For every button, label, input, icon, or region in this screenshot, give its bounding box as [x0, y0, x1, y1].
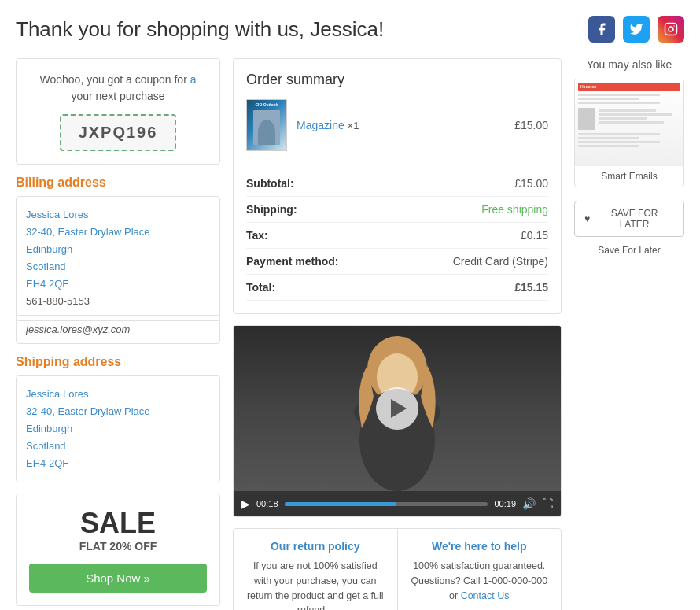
fullscreen-icon[interactable]: ⛶	[542, 497, 553, 510]
progress-fill	[285, 502, 396, 506]
order-summary-box: Order summary CIO Outlook	[233, 58, 562, 314]
svg-point-2	[673, 25, 675, 27]
contact-us-link[interactable]: Contact Us	[461, 590, 510, 601]
coupon-code: JXPQ196	[60, 114, 177, 151]
return-policy-col: Our return policy If you are not 100% sa…	[234, 529, 398, 610]
help-col: We're here to help 100% satisfaction gua…	[398, 529, 562, 610]
sale-title: SALE	[29, 507, 207, 540]
billing-name: Jessica Lores	[26, 206, 210, 224]
social-icons	[588, 16, 684, 43]
facebook-icon[interactable]	[588, 16, 615, 43]
progress-bar[interactable]	[285, 502, 488, 506]
shipping-postcode: EH4 2QF	[26, 455, 210, 472]
save-later-label: Save For Later	[574, 245, 684, 256]
shipping-section: Shipping address Jessica Lores 32-40, Ea…	[16, 355, 220, 482]
help-text: 100% satisfaction guaranteed. Questions?…	[411, 559, 549, 603]
summary-row-tax: Tax: £0.15	[246, 223, 548, 249]
order-summary-title: Order summary	[246, 72, 548, 88]
product-thumbnail: Houston	[574, 79, 684, 187]
page-title: Thank you for shopping with us, Jessica!	[16, 17, 384, 42]
play-pause-button[interactable]: ▶	[241, 497, 250, 510]
volume-icon[interactable]: 🔊	[522, 497, 536, 510]
item-name: Magazine	[297, 119, 344, 131]
coupon-link[interactable]: a	[190, 73, 197, 86]
svg-point-1	[669, 27, 673, 31]
coupon-box: Woohoo, you got a coupon for a your next…	[16, 58, 220, 165]
billing-title: Billing address	[16, 176, 220, 190]
shipping-address1: 32-40, Easter Drylaw Place	[26, 403, 210, 420]
play-icon	[391, 399, 407, 418]
summary-row-subtotal: Subtotal: £15.00	[246, 171, 548, 197]
help-title: We're here to help	[411, 540, 549, 553]
center-panel: Order summary CIO Outlook	[233, 58, 562, 610]
sale-subtitle: FLAT 20% OFF	[29, 540, 207, 553]
item-price: £15.00	[514, 119, 548, 131]
summary-row-payment: Payment method: Credit Card (Stripe)	[246, 249, 548, 275]
video-controls: ▶ 00:18 00:19 🔊 ⛶	[234, 491, 561, 516]
billing-address1: 32-40, Easter Drylaw Place	[26, 224, 210, 241]
product-label: Smart Emails	[575, 166, 683, 187]
total-time: 00:19	[494, 499, 516, 508]
billing-address: Jessica Lores 32-40, Easter Drylaw Place…	[16, 196, 220, 321]
shipping-address: Jessica Lores 32-40, Easter Drylaw Place…	[16, 375, 220, 482]
magazine-thumbnail: CIO Outlook	[246, 99, 287, 151]
right-panel: You may also like Houston	[574, 58, 684, 610]
divider	[574, 194, 684, 194]
heart-icon: ♥	[584, 213, 590, 224]
shop-now-button[interactable]: Shop Now »	[29, 564, 207, 593]
info-row: Our return policy If you are not 100% sa…	[233, 528, 562, 610]
video-area[interactable]	[234, 326, 561, 491]
summary-row-shipping: Shipping: Free shipping	[246, 197, 548, 223]
billing-email: jessica.lores@xyz.com	[16, 315, 220, 344]
summary-rows: Subtotal: £15.00 Shipping: Free shipping…	[246, 171, 548, 301]
instagram-icon[interactable]	[658, 16, 684, 43]
order-item: CIO Outlook Magazine ×1 £15.00	[246, 99, 548, 161]
billing-region: Scotland	[26, 258, 210, 275]
shipping-name: Jessica Lores	[26, 386, 210, 403]
summary-row-total: Total: £15.15	[246, 275, 548, 301]
twitter-icon[interactable]	[623, 16, 650, 43]
you-may-like-title: You may also like	[574, 58, 684, 71]
billing-section: Billing address Jessica Lores 32-40, Eas…	[16, 176, 220, 344]
current-time: 00:18	[256, 499, 278, 508]
left-panel: Woohoo, you got a coupon for a your next…	[16, 58, 220, 610]
shipping-title: Shipping address	[16, 355, 220, 369]
save-later-btn-label: SAVE FOR LATER	[595, 208, 674, 230]
play-button[interactable]	[376, 387, 418, 430]
shipping-city: Edinburgh	[26, 420, 210, 438]
sale-box: SALE FLAT 20% OFF Shop Now »	[16, 494, 220, 606]
billing-postcode: EH4 2QF	[26, 275, 210, 293]
return-policy-text: If you are not 100% satisfied with your …	[246, 559, 385, 610]
billing-phone: 561-880-5153	[26, 293, 210, 310]
shipping-region: Scotland	[26, 438, 210, 455]
item-qty: ×1	[348, 120, 359, 131]
billing-city: Edinburgh	[26, 241, 210, 258]
svg-rect-0	[665, 24, 677, 35]
save-for-later-button[interactable]: ♥ SAVE FOR LATER	[574, 201, 684, 237]
return-policy-title: Our return policy	[246, 540, 385, 553]
video-container[interactable]: ▶ 00:18 00:19 🔊 ⛶	[233, 325, 562, 517]
coupon-text: Woohoo, you got a coupon for a your next…	[29, 72, 207, 105]
